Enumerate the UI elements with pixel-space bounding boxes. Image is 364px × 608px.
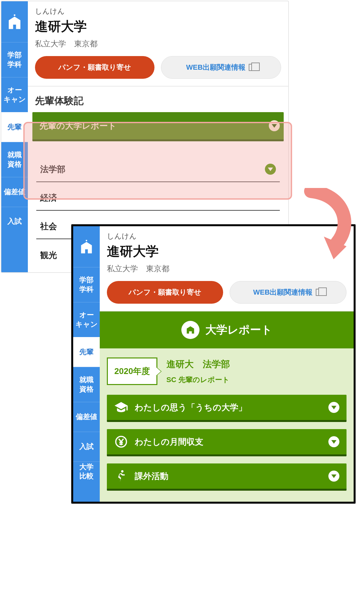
university-meta: 私立大学 東京都 xyxy=(35,39,281,49)
furigana: しんけん xyxy=(35,6,281,16)
chevron-down-icon xyxy=(265,164,276,175)
sidebar-item-deviation[interactable]: 偏差値 xyxy=(73,402,100,432)
screenshot-bottom-panel: 学部 学科 オー キャン 先輩 就職 資格 偏差値 入試 大学 比較 しんけん … xyxy=(71,224,356,504)
svg-point-1 xyxy=(121,470,123,473)
report-subtitle: SC 先輩のレポート xyxy=(166,375,230,385)
chevron-down-icon xyxy=(328,402,339,413)
sidebar-item-departments[interactable]: 学部 学科 xyxy=(73,267,100,302)
sidebar-item-open-campus[interactable]: オー キャン xyxy=(73,302,100,337)
web-application-button[interactable]: WEB出願関連情報 xyxy=(230,281,347,304)
school-icon xyxy=(73,226,100,267)
accordion-monthly-budget[interactable]: わたしの月間収支 xyxy=(107,429,347,456)
button-row: パンフ・願書取り寄せ WEB出願関連情報 xyxy=(107,281,347,304)
report-meta-box: 2020年度 進研大 法学部 SC 先輩のレポート xyxy=(107,357,347,385)
request-brochure-button[interactable]: パンフ・願書取り寄せ xyxy=(35,56,154,79)
university-type: 私立大学 xyxy=(35,39,66,48)
university-location: 東京都 xyxy=(74,39,97,48)
main-content: しんけん 進研大学 私立大学 東京都 パンフ・願書取り寄せ WEB出願関連情報 … xyxy=(100,226,354,502)
sidebar-item-senpai[interactable]: 先輩 xyxy=(73,337,100,367)
external-link-icon xyxy=(249,64,256,71)
sidebar: 学部 学科 オー キャン 先輩 就職 資格 偏差値 入試 大学 比較 xyxy=(73,226,100,502)
report-title: 進研大 法学部 xyxy=(166,358,230,370)
report-body: 2020年度 進研大 法学部 SC 先輩のレポート わたしの思う「うちの大学」 … xyxy=(100,348,354,502)
accordion-my-university[interactable]: わたしの思う「うちの大学」 xyxy=(107,395,347,422)
school-badge-icon xyxy=(181,321,199,339)
sidebar-item-career[interactable]: 就職 資格 xyxy=(1,142,28,177)
senpai-report-dropdown[interactable]: 先輩の大学レポート xyxy=(32,112,284,141)
university-meta: 私立大学 東京都 xyxy=(107,263,347,274)
web-application-button[interactable]: WEB出願関連情報 xyxy=(161,56,281,79)
button-row: パンフ・願書取り寄せ WEB出願関連情報 xyxy=(35,56,281,79)
sidebar-item-compare[interactable]: 大学 比較 xyxy=(73,462,100,484)
accordion-label: 課外活動 xyxy=(135,471,168,482)
school-icon xyxy=(1,1,28,42)
university-header: しんけん 進研大学 私立大学 東京都 パンフ・願書取り寄せ WEB出願関連情報 xyxy=(28,1,288,87)
faculty-label: 経済 xyxy=(40,192,57,204)
chevron-down-icon xyxy=(328,471,339,482)
faculty-label: 観光 xyxy=(40,250,57,261)
year-badge: 2020年度 xyxy=(107,357,157,385)
sidebar-item-admissions[interactable]: 入試 xyxy=(73,432,100,462)
request-brochure-button[interactable]: パンフ・願書取り寄せ xyxy=(107,281,223,304)
faculty-label: 社会 xyxy=(40,221,57,232)
running-person-icon xyxy=(114,469,128,483)
transition-arrow-icon xyxy=(298,188,356,259)
faculty-row-economics[interactable]: 経済 xyxy=(36,185,280,211)
accordion-label: わたしの思う「うちの大学」 xyxy=(135,402,247,413)
chevron-down-icon xyxy=(269,120,280,131)
dropdown-label: 先輩の大学レポート xyxy=(36,120,117,132)
sidebar: 学部 学科 オー キャン 先輩 就職 資格 偏差値 入試 xyxy=(1,1,28,272)
graduation-cap-icon xyxy=(114,400,128,415)
sidebar-item-career[interactable]: 就職 資格 xyxy=(73,367,100,402)
external-link-icon xyxy=(316,289,323,296)
faculty-row-law[interactable]: 法学部 xyxy=(36,157,280,182)
yen-circle-icon xyxy=(114,435,128,449)
web-application-label: WEB出願関連情報 xyxy=(253,287,313,297)
sidebar-item-open-campus[interactable]: オー キャン xyxy=(1,77,28,112)
university-type: 私立大学 xyxy=(107,264,138,273)
accordion-label: わたしの月間収支 xyxy=(135,436,203,448)
sidebar-item-senpai[interactable]: 先輩 xyxy=(1,112,28,142)
university-name: 進研大学 xyxy=(35,18,281,35)
chevron-down-icon xyxy=(328,436,339,447)
sidebar-item-deviation[interactable]: 偏差値 xyxy=(1,177,28,207)
sidebar-item-admissions[interactable]: 入試 xyxy=(1,207,28,229)
sidebar-item-departments[interactable]: 学部 学科 xyxy=(1,42,28,77)
accordion-activities[interactable]: 課外活動 xyxy=(107,463,347,491)
university-location: 東京都 xyxy=(146,264,169,273)
report-header: 大学レポート xyxy=(100,311,354,348)
report-meta: 進研大 法学部 SC 先輩のレポート xyxy=(166,357,230,385)
report-header-title: 大学レポート xyxy=(205,322,272,337)
web-application-label: WEB出願関連情報 xyxy=(186,63,245,72)
faculty-label: 法学部 xyxy=(40,164,65,175)
section-title: 先輩体験記 xyxy=(28,87,288,112)
